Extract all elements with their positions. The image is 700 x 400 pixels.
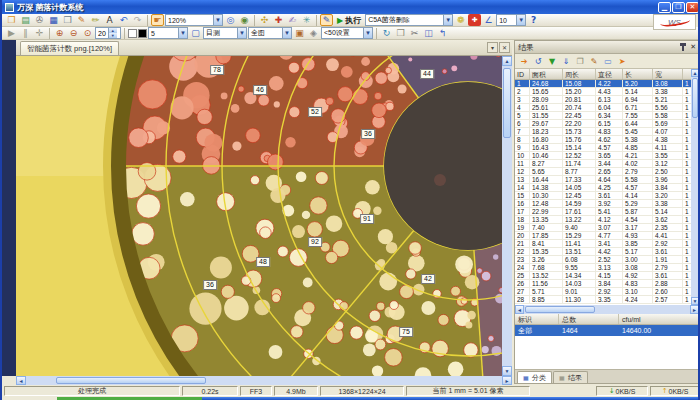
monitor-icon[interactable]: ▢ bbox=[189, 27, 202, 39]
scroll-thumb[interactable] bbox=[692, 78, 698, 118]
close-button[interactable]: ✕ bbox=[686, 2, 699, 13]
settings-icon[interactable]: ✳ bbox=[300, 14, 313, 26]
tab-classification[interactable]: ▦ 分类 bbox=[517, 371, 552, 383]
table-horizontal-scrollbar[interactable]: ◄ ► bbox=[515, 305, 699, 314]
label-icon[interactable]: ✎ bbox=[588, 55, 600, 67]
scroll-down-icon[interactable]: ▼ bbox=[502, 366, 512, 376]
table-row[interactable]: 1316.4417.334.645.583.961 bbox=[515, 176, 699, 184]
table-row[interactable]: 816.8015.764.625.384.381 bbox=[515, 136, 699, 144]
enhance-icon[interactable]: ✣ bbox=[258, 14, 271, 26]
back-icon[interactable]: ↰ bbox=[436, 27, 449, 39]
scroll-right-icon[interactable]: ► bbox=[502, 376, 512, 385]
scroll-thumb[interactable] bbox=[56, 377, 206, 384]
undo-icon[interactable]: ↶ bbox=[117, 14, 130, 26]
chevron-down-icon[interactable]: ▼ bbox=[443, 15, 452, 25]
document-tab[interactable]: 智能菌落计数 png.[120%] bbox=[20, 41, 119, 55]
export-result-icon[interactable]: ➔ bbox=[518, 55, 530, 67]
undo-edit-icon[interactable]: ↺ bbox=[532, 55, 544, 67]
cut-icon[interactable]: ✂ bbox=[408, 27, 421, 39]
chevron-down-icon[interactable]: ▼ bbox=[178, 28, 187, 38]
scroll-down-icon[interactable]: ▼ bbox=[691, 297, 699, 305]
title-bar[interactable]: 万深 菌落计数系统 ▁ ❐ ✕ bbox=[2, 0, 700, 14]
table-row[interactable]: 118.2711.743.444.023.121 bbox=[515, 160, 699, 168]
table-row[interactable]: 2017.8515.294.774.934.411 bbox=[515, 232, 699, 240]
panel-close-icon[interactable]: ✕ bbox=[690, 43, 696, 51]
colony-count-label[interactable]: 48 bbox=[256, 257, 270, 267]
chevron-down-icon[interactable]: ▼ bbox=[282, 28, 291, 38]
chevron-down-icon[interactable]: ▼ bbox=[237, 28, 246, 38]
pin-icon[interactable] bbox=[679, 43, 686, 51]
split-icon[interactable]: ◫ bbox=[422, 27, 435, 39]
colony-count-label[interactable]: 92 bbox=[308, 237, 322, 247]
table-row[interactable]: 247.689.553.133.082.791 bbox=[515, 264, 699, 272]
diamond-icon[interactable]: ◈ bbox=[307, 27, 320, 39]
colony-count-label[interactable]: 36 bbox=[361, 129, 375, 139]
play-icon[interactable]: ▶ bbox=[5, 27, 18, 39]
minimize-button[interactable]: ▁ bbox=[658, 2, 671, 13]
table-row[interactable]: 2513.5214.344.154.923.611 bbox=[515, 272, 699, 280]
table-row[interactable]: 629.6722.206.156.445.691 bbox=[515, 120, 699, 128]
spinner-down-icon[interactable]: ▼ bbox=[109, 33, 117, 38]
colony-count-label[interactable]: 52 bbox=[308, 107, 322, 117]
angle-icon[interactable]: ∠ bbox=[482, 14, 495, 26]
run-button[interactable]: ▶ 执行 bbox=[334, 14, 364, 26]
pen-width-combo[interactable]: 5▼ bbox=[148, 27, 188, 39]
threshold-spinner[interactable]: 20 ▲▼ bbox=[95, 27, 121, 39]
palette-icon[interactable]: ❁ bbox=[454, 14, 467, 26]
zoom-region-icon[interactable]: ◎ bbox=[224, 14, 237, 26]
save-report-icon[interactable]: ⇓ bbox=[560, 55, 572, 67]
scroll-left-icon[interactable]: ◄ bbox=[16, 376, 26, 385]
colony-count-label[interactable]: 78 bbox=[210, 65, 224, 75]
foreground-color-swatch[interactable] bbox=[128, 29, 137, 38]
maximize-button[interactable]: ❐ bbox=[672, 2, 685, 13]
canvas-horizontal-scrollbar[interactable]: ◄ ► bbox=[16, 376, 512, 385]
stats-row[interactable]: 全部 1464 14640.00 bbox=[515, 325, 699, 336]
rect-select-icon[interactable]: ▭ bbox=[602, 55, 614, 67]
edit-icon[interactable]: ✎ bbox=[75, 14, 88, 26]
table-row[interactable]: 2215.3513.514.425.173.611 bbox=[515, 248, 699, 256]
table-row[interactable]: 233.266.082.523.001.911 bbox=[515, 256, 699, 264]
next-icon[interactable]: ➤ bbox=[616, 55, 628, 67]
background-color-swatch[interactable] bbox=[138, 29, 147, 38]
save-icon[interactable]: ▦ bbox=[47, 14, 60, 26]
size-combo[interactable]: 10▼ bbox=[496, 14, 526, 26]
image-icon[interactable]: ▣ bbox=[293, 27, 306, 39]
hand-tool-icon[interactable]: ☛ bbox=[151, 14, 164, 26]
table-row[interactable]: 328.0920.816.136.945.211 bbox=[515, 96, 699, 104]
help-icon[interactable]: ? bbox=[527, 14, 540, 26]
table-row[interactable]: 531.5522.456.347.555.581 bbox=[515, 112, 699, 120]
table-row[interactable]: 1612.4814.593.925.293.381 bbox=[515, 200, 699, 208]
copy-icon[interactable]: ❐ bbox=[574, 55, 586, 67]
new-page-icon[interactable]: ❒ bbox=[394, 27, 407, 39]
capture-icon[interactable]: ◉ bbox=[238, 14, 251, 26]
open-icon[interactable]: ❐ bbox=[5, 14, 18, 26]
scroll-left-icon[interactable]: ◄ bbox=[515, 305, 524, 314]
colony-count-label[interactable]: 36 bbox=[203, 280, 217, 290]
chevron-down-icon[interactable]: ▼ bbox=[363, 28, 372, 38]
tab-results[interactable]: ▦ 结果 bbox=[553, 371, 588, 383]
table-row[interactable]: 1414.3814.054.254.573.841 bbox=[515, 184, 699, 192]
table-row[interactable]: 218.4111.413.413.852.921 bbox=[515, 240, 699, 248]
table-row[interactable]: 2611.5614.033.844.832.881 bbox=[515, 280, 699, 288]
colony-count-label[interactable]: 44 bbox=[420, 69, 434, 79]
zoom-level-combo[interactable]: 120%▼ bbox=[165, 14, 223, 26]
font-icon[interactable]: A bbox=[103, 14, 116, 26]
image-canvas[interactable]: 7846523644919248364275 bbox=[16, 56, 502, 376]
grid-icon[interactable]: ✛ bbox=[33, 27, 46, 39]
chevron-down-icon[interactable]: ▼ bbox=[213, 15, 222, 25]
table-row[interactable]: 1010.4612.523.654.213.551 bbox=[515, 152, 699, 160]
table-row[interactable]: 718.2315.734.835.454.071 bbox=[515, 128, 699, 136]
draw-icon[interactable]: ✏ bbox=[89, 14, 102, 26]
scroll-right-icon[interactable]: ► bbox=[690, 305, 699, 314]
canvas-vertical-scrollbar[interactable]: ▲ ▼ bbox=[502, 56, 512, 376]
zoom-out-icon[interactable]: ⊖ bbox=[67, 27, 80, 39]
chevron-down-icon[interactable]: ▼ bbox=[516, 15, 525, 25]
acquire-icon[interactable]: ✇ bbox=[33, 14, 46, 26]
colony-count-label[interactable]: 46 bbox=[253, 85, 267, 95]
table-row[interactable]: 124.6815.084.225.203.081 bbox=[515, 80, 699, 88]
colony-count-label[interactable]: 42 bbox=[421, 274, 435, 284]
scroll-up-icon[interactable]: ▲ bbox=[691, 69, 699, 77]
marker-tool-icon[interactable]: ✎ bbox=[320, 14, 333, 26]
count-mode-combo[interactable]: 目测▼ bbox=[203, 27, 247, 39]
table-row[interactable]: 425.6120.746.046.715.561 bbox=[515, 104, 699, 112]
